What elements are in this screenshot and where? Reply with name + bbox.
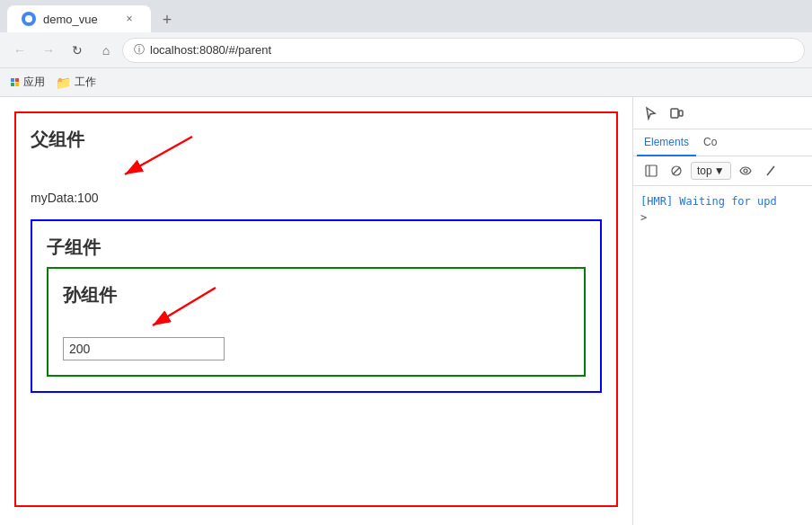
eye-icon (739, 166, 752, 175)
dropdown-arrow-icon: ▼ (714, 165, 725, 177)
apps-grid-icon (11, 78, 20, 87)
svg-rect-6 (646, 165, 657, 176)
svg-point-10 (744, 169, 747, 173)
devtools-toolbar (633, 97, 812, 129)
svg-line-9 (673, 167, 680, 174)
top-selector[interactable]: top ▼ (691, 162, 731, 180)
svg-line-11 (767, 166, 774, 175)
devtools-content: [HMR] Waiting for upd > (633, 186, 812, 525)
tab-favicon-inner (25, 15, 32, 22)
child-component: 子组件 孙组件 (31, 219, 602, 393)
title-bar: demo_vue × + (0, 0, 812, 32)
tab-favicon (22, 12, 36, 26)
folder-icon: 📁 (56, 76, 71, 90)
child-title: 子组件 (47, 236, 586, 260)
no-icon-button[interactable] (666, 160, 687, 182)
sidebar-icon (645, 165, 658, 177)
parent-arrow-svg (31, 128, 210, 191)
home-button[interactable]: ⌂ (93, 38, 119, 63)
bookmark-work[interactable]: 📁 工作 (56, 75, 96, 90)
grandchild-component: 孙组件 (47, 267, 586, 377)
eye-button[interactable] (735, 160, 756, 182)
nav-bar: ← → ↻ ⌂ ⓘ localhost:8080/#/parent (0, 32, 812, 68)
bookmark-apps[interactable]: 应用 (11, 75, 45, 90)
back-icon: ← (13, 43, 26, 58)
tab-title: demo_vue (43, 13, 98, 26)
device-toggle-button[interactable] (666, 102, 687, 124)
svg-rect-5 (679, 111, 683, 116)
reload-icon: ↻ (72, 43, 83, 58)
parent-component: 父组件 myData:100 子组件 (14, 111, 618, 507)
parent-arrow-area: 父组件 (31, 128, 602, 191)
tab-elements[interactable]: Elements (637, 129, 696, 156)
tab-close-button[interactable]: × (122, 12, 137, 26)
device-icon (669, 106, 684, 120)
sidebar-toggle-button[interactable] (640, 160, 662, 182)
inspect-element-button[interactable] (640, 102, 662, 124)
svg-line-3 (153, 288, 216, 325)
grandchild-arrow-svg (63, 283, 243, 337)
back-button[interactable]: ← (7, 38, 32, 63)
home-icon: ⌂ (102, 43, 110, 58)
console-text: [HMR] Waiting for upd (640, 195, 777, 208)
grandchild-input[interactable] (63, 337, 225, 360)
address-bar[interactable]: ⓘ localhost:8080/#/parent (122, 38, 805, 63)
tab-console[interactable]: Co (696, 129, 724, 156)
tab-area: demo_vue × + (7, 0, 180, 32)
forward-icon: → (42, 43, 55, 58)
browser-frame: demo_vue × + ← → ↻ ⌂ ⓘ localhost:8080/#/… (0, 0, 812, 525)
forward-button[interactable]: → (36, 38, 61, 63)
vertical-dots-icon (764, 165, 777, 177)
bookmark-work-label: 工作 (75, 75, 96, 90)
cursor-icon (644, 106, 658, 120)
reload-button[interactable]: ↻ (65, 38, 90, 63)
new-tab-button[interactable]: + (154, 7, 180, 32)
devtools-tabs: Elements Co (633, 129, 812, 156)
devtools-secondary-bar: top ▼ (633, 156, 812, 186)
console-bracket: > (640, 211, 647, 224)
active-tab[interactable]: demo_vue × (7, 5, 151, 32)
page-area: 父组件 myData:100 子组件 (0, 97, 632, 525)
bookmark-apps-label: 应用 (23, 75, 45, 90)
console-entry-bracket: > (640, 209, 805, 226)
bookmarks-bar: 应用 📁 工作 (0, 68, 812, 97)
browser-content: 父组件 myData:100 子组件 (0, 97, 812, 525)
more-options-button[interactable] (760, 160, 781, 182)
address-text: localhost:8080/#/parent (150, 43, 271, 57)
parent-data: myData:100 (31, 191, 602, 205)
top-label: top (697, 165, 712, 177)
svg-line-1 (125, 137, 192, 174)
grandchild-arrow-area: 孙组件 (63, 283, 569, 337)
ban-icon (670, 165, 683, 177)
lock-icon: ⓘ (134, 42, 145, 58)
devtools-panel: Elements Co top ▼ (632, 97, 812, 525)
console-entry-hmr: [HMR] Waiting for upd (640, 193, 805, 209)
svg-rect-4 (671, 109, 678, 118)
